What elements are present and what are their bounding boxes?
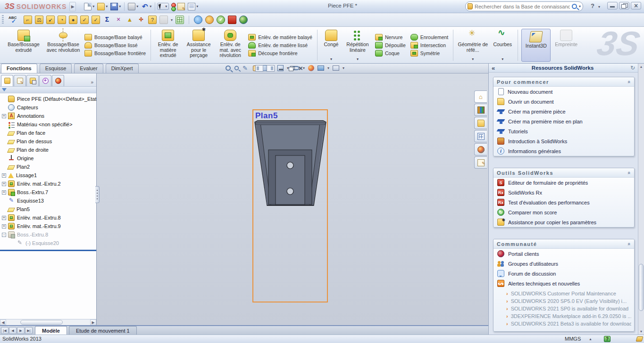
tutorials-link[interactable]: Tutoriels [493, 126, 634, 136]
tree-item[interactable]: + Enlèv. mat.-Extru.8 [0, 213, 96, 222]
save-button[interactable]: ▾ [109, 2, 122, 11]
tree-item[interactable]: Capteurs [0, 103, 96, 112]
zoom-area-icon[interactable] [234, 66, 239, 70]
part-3d-model[interactable] [252, 109, 328, 302]
instant3d-button[interactable]: Instant3D [521, 29, 551, 62]
undo-button[interactable]: ↶▾ [140, 2, 153, 11]
help-dropdown-icon[interactable]: ▾ [598, 5, 600, 9]
collapse-section-icon[interactable]: « [627, 80, 632, 83]
fillet-button[interactable]: Congé ▾ [320, 28, 343, 62]
property-tab-builder-link[interactable]: SEditeur de formulaire de propriétés [493, 178, 634, 188]
expand-toggle-icon[interactable]: + [2, 182, 6, 186]
general-info-link[interactable]: iInformations générales [493, 146, 634, 156]
last-tab-icon[interactable]: ▶| [25, 327, 33, 334]
quick-tips-icon[interactable]: ? [604, 336, 611, 342]
expand-toggle-icon[interactable]: + [2, 190, 6, 195]
copy-settings-wizard-link[interactable]: Assistance pour copier les paramètres [493, 217, 634, 227]
scroll-right-icon[interactable]: ▶ [90, 319, 96, 325]
measure-icon[interactable]: ⌐ [24, 16, 32, 24]
tree-filter-bar[interactable] [0, 87, 96, 93]
prev-tab-icon[interactable]: ◀ [9, 327, 17, 334]
discussion-forum-link[interactable]: Forum de discussion [493, 269, 634, 278]
close-button[interactable] [631, 2, 641, 9]
knowledge-search-box[interactable]: ▾ [465, 1, 583, 11]
tree-item[interactable]: ✎ (-) Esquisse20 [0, 239, 96, 247]
print-button[interactable]: ▾ [126, 2, 140, 11]
previous-view-icon[interactable]: ✎ [243, 65, 250, 72]
expand-toggle-icon[interactable]: + [2, 173, 6, 178]
view-palette-tab[interactable] [474, 130, 487, 142]
curves-dropdown-icon[interactable]: ▾ [502, 57, 503, 63]
file-explorer-tab[interactable] [474, 117, 487, 129]
extruded-boss-button[interactable]: Base/Bossage extrudé [3, 28, 44, 62]
stop-icon[interactable] [228, 16, 236, 24]
open-document-link[interactable]: Ouvrir un document [493, 97, 634, 106]
tree-root[interactable]: Piece PFE (Défaut<<Défaut>_Etat [0, 95, 96, 103]
tree-item[interactable]: + Lissage1 [0, 171, 96, 180]
tabs-overflow-icon[interactable]: » [89, 80, 95, 86]
search-icon[interactable] [572, 4, 577, 9]
file-transfer-icon[interactable]: ➹ [46, 16, 55, 24]
select-button[interactable]: ▾ [157, 3, 169, 10]
tree-item[interactable]: Plan5 [0, 205, 96, 213]
pane-toggle-right-icon[interactable] [267, 65, 275, 72]
tree-horizontal-scrollbar[interactable]: ◀ ▶ [0, 319, 96, 325]
customer-portal-link[interactable]: Portail clients [493, 249, 634, 259]
graphics-area[interactable]: Plan5 X *Arrière ⌂ [97, 74, 488, 325]
tree-item[interactable]: Origine [0, 154, 96, 163]
news-link[interactable]: ›SOLIDWORKS 2021 Beta3 is available for … [506, 320, 631, 327]
minimize-button[interactable] [607, 2, 618, 9]
expand-toggle-icon[interactable]: + [2, 114, 6, 118]
task-pane-scrollbar[interactable]: ▲ ▼ [638, 64, 644, 335]
verify-icon[interactable]: ✓ [92, 16, 100, 24]
mirror-button[interactable]: Symétrie [410, 50, 449, 57]
sustainability-icon[interactable] [205, 16, 214, 24]
lofted-boss-button[interactable]: Bossage/Base lissé [84, 42, 146, 49]
reference-geometry-dropdown-icon[interactable]: ▾ [472, 57, 474, 63]
property-manager-tab[interactable] [14, 75, 26, 86]
mass-properties-icon[interactable]: ⚖ [35, 16, 43, 24]
world-icon[interactable] [239, 16, 248, 24]
news-link[interactable]: ›SOLIDWORKS 2020 SP5.0 EV (Early Visibil… [506, 297, 631, 305]
tab-dimxpert[interactable]: DimXpert [106, 64, 139, 73]
shell-button[interactable]: Coque [375, 50, 406, 57]
revolved-cut-button[interactable]: Enlèv. de mat. avec révolution [215, 28, 246, 62]
tree-item[interactable]: - Boss.-Extru.8 [0, 230, 96, 239]
schedule-icon[interactable]: ● [69, 16, 77, 24]
rebuild-button[interactable] [169, 2, 176, 11]
tree-item[interactable]: Plan de face [0, 129, 96, 137]
tree-item[interactable]: ✎ Esquisse13 [0, 196, 96, 205]
draft-analysis-icon[interactable]: ▲ [125, 16, 134, 24]
performance-benchmark-link[interactable]: RxTest d'évaluation des performances [493, 197, 634, 207]
home-tab[interactable]: ⌂ [474, 90, 487, 103]
news-link[interactable]: ›3DEXPERIENCE Marketplace add-in 6.29.02… [506, 312, 631, 320]
deviation-analysis-icon[interactable]: ✕ [114, 16, 123, 24]
boundary-boss-button[interactable]: Bossage/Base frontière [84, 50, 146, 57]
curves-button[interactable]: Courbes ▾ [490, 28, 515, 62]
panel-splitter-handle[interactable] [95, 186, 100, 203]
tree-item[interactable]: Plan de droite [0, 146, 96, 154]
units-selector[interactable]: MMGS [565, 336, 581, 342]
expand-toggle-icon[interactable]: + [2, 224, 6, 229]
scroll-down-icon[interactable]: ▼ [639, 330, 644, 333]
new-document-button[interactable]: ▾ [83, 2, 96, 11]
tree-item[interactable]: + Enlèv. mat.-Extru.9 [0, 222, 96, 230]
tech-alerts-link[interactable]: ᔕAlertes techniques et nouvelles [493, 278, 634, 288]
sketch-entities-icon[interactable] [159, 16, 168, 24]
spell-check-icon[interactable] [8, 16, 21, 24]
tree-item[interactable]: Matériau <non spécifié> [0, 120, 96, 129]
swept-cut-button[interactable]: Enlèv. de matière balayé [248, 34, 312, 41]
news-link[interactable]: ›SOLIDWORKS 2021 SP0 is available for do… [506, 305, 631, 312]
next-tab-icon[interactable]: ▶ [17, 327, 25, 334]
section-header[interactable]: Pour commencer « [493, 77, 634, 87]
collapse-section-icon[interactable]: « [627, 242, 632, 245]
fillet-dropdown-icon[interactable]: ▾ [330, 57, 332, 63]
zoom-fit-icon[interactable] [226, 65, 231, 71]
new-document-link[interactable]: Nouveau document [493, 87, 634, 97]
imprint-button[interactable]: Empreinte [552, 28, 581, 62]
magnified-selection-icon[interactable] [194, 16, 202, 24]
reference-geometry-button[interactable]: Géométrie de réfé... ▾ [456, 28, 490, 62]
document-minimize-icon[interactable] [278, 65, 284, 71]
toolbar-grip[interactable] [2, 15, 4, 24]
lofted-cut-button[interactable]: Enlèv. de matière lissé [248, 42, 312, 49]
